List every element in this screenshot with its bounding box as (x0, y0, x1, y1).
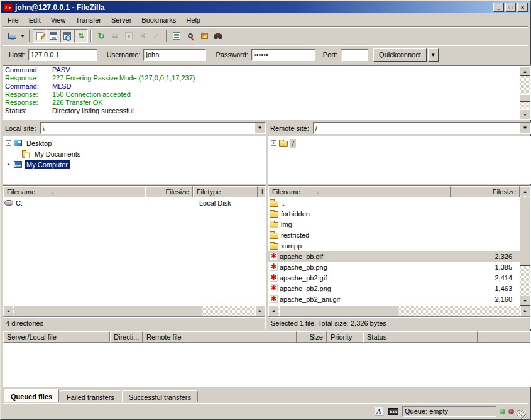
toggle-remote-tree-icon[interactable] (60, 29, 74, 43)
message-log[interactable]: Command:PASV Response:227 Entering Passi… (3, 65, 531, 120)
menu-file[interactable]: File (3, 15, 24, 25)
file-row[interactable]: restricted (268, 229, 520, 240)
file-row-selected[interactable]: ✱apache_pb.gif 2,326 (268, 251, 520, 262)
scroll-right-icon[interactable]: ► (520, 306, 530, 316)
host-input[interactable] (28, 49, 97, 61)
titlebar[interactable]: Fz john@127.0.0.1 - FileZilla _ □ X (1, 1, 530, 13)
scroll-up-icon[interactable]: ▲ (520, 66, 530, 76)
tab-successful-transfers[interactable]: Successful transfers (122, 390, 198, 402)
remote-site-combobox[interactable]: / ▼ (313, 122, 531, 134)
combo-dropdown-icon[interactable]: ▼ (255, 123, 265, 133)
refresh-icon[interactable]: ↻ (94, 29, 108, 43)
close-button[interactable]: X (517, 3, 528, 12)
column-filesize[interactable]: Filesize (451, 186, 520, 197)
column-size[interactable]: Size (297, 331, 327, 343)
toggle-local-tree-icon[interactable] (47, 29, 60, 43)
scroll-left-icon[interactable]: ◄ (3, 306, 13, 316)
quickconnect-dropdown-icon[interactable]: ▼ (428, 48, 439, 62)
scroll-up-icon[interactable]: ▲ (520, 186, 530, 196)
file-row[interactable]: .. (268, 197, 520, 208)
local-site-label: Local site: (3, 124, 40, 132)
quickconnect-button[interactable]: Quickconnect (373, 48, 427, 62)
scroll-down-icon[interactable]: ▼ (520, 296, 530, 306)
column-status[interactable]: Status (363, 331, 478, 343)
image-file-icon: ✱ (270, 284, 278, 292)
remote-hscrollbar[interactable]: ◄ ► (268, 306, 530, 316)
tab-failed-transfers[interactable]: Failed transfers (60, 390, 121, 402)
directory-listing-filter-icon[interactable] (170, 29, 183, 43)
file-row[interactable]: ✱apache_pb.png 1,385 (268, 262, 520, 272)
log-entry: Command:PASV (3, 66, 530, 74)
tree-item-desktop[interactable]: - Desktop (6, 138, 265, 148)
scroll-thumb[interactable] (14, 306, 202, 316)
tree-item-my-computer[interactable]: + My Computer (6, 159, 265, 170)
column-server-local-file[interactable]: Server/Local file (3, 331, 110, 343)
remote-tree[interactable]: + / (268, 136, 531, 184)
file-row[interactable]: forbidden (268, 208, 520, 219)
scroll-right-icon[interactable]: ► (255, 306, 265, 316)
file-row[interactable]: ✱apache_pb2.png 1,463 (268, 283, 520, 294)
tree-item-root[interactable]: + / (271, 138, 530, 148)
local-hscrollbar[interactable]: ◄ ► (3, 306, 265, 316)
menu-help[interactable]: Help (181, 15, 205, 25)
combo-dropdown-icon[interactable]: ▼ (520, 123, 530, 133)
column-last-modified[interactable]: L (258, 186, 265, 197)
column-filename[interactable]: Filename▲ (268, 186, 451, 197)
remote-vscrollbar[interactable]: ▲ ▼ (520, 186, 530, 306)
toolbar-separator (90, 30, 92, 42)
file-row[interactable]: ✱apache_pb2_ani.gif 2,160 (268, 294, 520, 304)
site-manager-icon[interactable] (5, 29, 19, 43)
log-entry: Status:Directory listing successful (3, 107, 530, 115)
column-direction[interactable]: Directi... (110, 331, 143, 343)
scroll-thumb[interactable] (520, 197, 530, 266)
local-tree[interactable]: - Desktop My Documents + My Computer (3, 136, 266, 184)
remote-pane: Remote site: / ▼ + / (268, 121, 531, 329)
resize-grip[interactable] (517, 410, 526, 419)
column-filetype[interactable]: Filetype (193, 186, 258, 197)
menu-server[interactable]: Server (106, 15, 136, 25)
expand-icon[interactable]: + (271, 140, 276, 146)
expand-icon[interactable]: + (6, 162, 11, 167)
column-filesize[interactable]: Filesize (145, 186, 192, 197)
scroll-thumb[interactable] (520, 94, 530, 102)
folder-icon (279, 141, 288, 147)
site-manager-dropdown-icon[interactable]: ▼ (19, 29, 26, 43)
file-row[interactable]: img (268, 219, 520, 229)
port-input[interactable] (341, 49, 368, 61)
column-filename[interactable]: Filename▲ (3, 186, 145, 197)
username-input[interactable] (143, 49, 206, 61)
file-row[interactable]: ✱apache_pb2.gif 2,414 (268, 272, 520, 283)
file-row-c-drive[interactable]: C: Local Disk (3, 197, 265, 208)
menu-transfer[interactable]: Transfer (70, 15, 106, 25)
reconnect-icon: ✓ (150, 29, 163, 43)
window-title: john@127.0.0.1 - FileZilla (15, 3, 493, 12)
toggle-transfer-queue-icon[interactable]: ⇅ (74, 29, 88, 43)
file-search-icon[interactable] (183, 29, 197, 43)
column-remote-file[interactable]: Remote file (143, 331, 297, 343)
local-list-body[interactable]: C: Local Disk (3, 197, 265, 306)
log-scrollbar[interactable]: ▲ ▼ (520, 66, 530, 119)
directory-comparison-icon[interactable] (197, 29, 211, 43)
collapse-icon[interactable]: - (6, 140, 11, 146)
queue-body[interactable] (3, 343, 530, 386)
synchronized-browsing-icon[interactable] (211, 29, 225, 43)
process-queue-icon: ⇊ (108, 29, 122, 43)
scroll-left-icon[interactable]: ◄ (268, 306, 278, 316)
menu-bookmarks[interactable]: Bookmarks (136, 15, 181, 25)
column-priority[interactable]: Priority (327, 331, 363, 343)
menu-edit[interactable]: Edit (24, 15, 46, 25)
file-row[interactable]: xampp (268, 240, 520, 251)
folder-icon (270, 211, 278, 218)
local-site-combobox[interactable]: \ ▼ (40, 122, 266, 134)
tab-queued-files[interactable]: Queued files (4, 389, 59, 402)
toggle-message-log-icon[interactable] (33, 29, 47, 43)
scroll-thumb[interactable] (279, 306, 398, 316)
image-file-icon: ✱ (270, 295, 278, 303)
scroll-down-icon[interactable]: ▼ (520, 109, 530, 119)
password-input[interactable] (251, 49, 315, 61)
tree-item-my-documents[interactable]: My Documents (14, 148, 265, 159)
maximize-button[interactable]: □ (505, 3, 516, 12)
remote-list-body[interactable]: .. forbidden img restricted (268, 197, 520, 306)
menu-view[interactable]: View (46, 15, 71, 25)
minimize-button[interactable]: _ (493, 3, 504, 12)
